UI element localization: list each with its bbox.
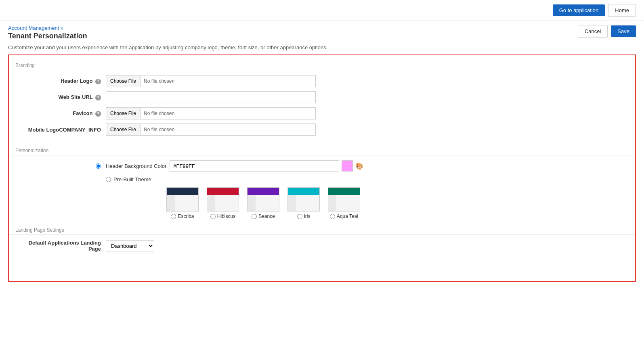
theme-label-aquateal[interactable]: Aqua Teal (330, 214, 358, 219)
go-to-application-button[interactable]: Go to application (553, 4, 605, 16)
favicon-row: Favicon ? Choose File No file chosen (17, 107, 627, 119)
theme-item-aquateal: Aqua Teal (328, 187, 360, 219)
landing-section-label: Landing Page Settings (9, 224, 635, 235)
theme-preview-escriba[interactable] (166, 187, 199, 211)
theme-preview-hibiscus[interactable] (207, 187, 239, 211)
mobile-logo-no-file: No file chosen (141, 127, 174, 132)
favicon-no-file: No file chosen (141, 111, 174, 116)
color-text-input[interactable]: #FF99FF (170, 160, 339, 172)
header-bg-color-row: Header Background Color #FF99FF 🎨 (17, 160, 627, 172)
theme-item-seance: Seance (247, 187, 279, 219)
page-header: Account Management » Tenant Personalizat… (0, 21, 644, 42)
header-logo-control: Choose File No file chosen (106, 75, 627, 87)
branding-section: Header Logo ? Choose File No file chosen… (9, 70, 635, 144)
theme-item-escriba: Escriba (166, 187, 199, 219)
pre-built-theme-radio[interactable] (106, 177, 111, 182)
header-logo-no-file: No file chosen (141, 78, 174, 84)
favicon-file-input: Choose File No file chosen (106, 107, 316, 119)
header-actions: Cancel Save (578, 25, 636, 38)
color-input-wrapper: #FF99FF 🎨 (170, 160, 363, 172)
home-button[interactable]: Home (608, 4, 636, 17)
save-button[interactable]: Save (611, 25, 636, 37)
content-area: Branding Header Logo ? Choose File No fi… (0, 54, 644, 290)
theme-label-hibiscus[interactable]: Hibiscus (210, 214, 235, 219)
default-landing-row: Default Applications Landing Page Dashbo… (17, 240, 627, 252)
theme-radio-hibiscus[interactable] (210, 214, 216, 219)
theme-preview-aquateal[interactable] (328, 187, 360, 211)
cancel-button[interactable]: Cancel (578, 25, 608, 38)
website-url-help-icon[interactable]: ? (95, 95, 101, 100)
personalization-section-label: Personalization (9, 144, 635, 155)
pre-built-theme-label[interactable]: Pre-Built Theme (113, 176, 151, 182)
mobile-logo-control: Choose File No file chosen (106, 124, 627, 136)
header-bg-color-label[interactable]: Header Background Color (106, 163, 166, 169)
header-logo-label: Header Logo ? (17, 78, 106, 84)
default-landing-select[interactable]: Dashboard My Tasks Reports (106, 240, 154, 251)
theme-radio-seance[interactable] (252, 214, 257, 219)
header-logo-row: Header Logo ? Choose File No file chosen (17, 75, 627, 87)
theme-label-escriba[interactable]: Escriba (171, 214, 194, 219)
header-bg-radio-wrapper (17, 163, 106, 169)
theme-radio-escriba[interactable] (171, 214, 176, 219)
breadcrumb[interactable]: Account Management » (8, 25, 63, 31)
favicon-choose-button[interactable]: Choose File (106, 108, 141, 119)
header-logo-help-icon[interactable]: ? (95, 79, 101, 84)
theme-preview-iris[interactable] (287, 187, 320, 211)
color-picker-icon[interactable]: 🎨 (355, 162, 363, 170)
mobile-logo-choose-button[interactable]: Choose File (106, 124, 141, 135)
pre-built-theme-row: Pre-Built Theme (106, 176, 627, 182)
theme-label-iris[interactable]: Iris (297, 214, 310, 219)
header-left: Account Management » Tenant Personalizat… (8, 25, 87, 40)
website-url-input[interactable] (106, 91, 316, 103)
theme-label-seance[interactable]: Seance (252, 214, 275, 219)
page-description: Customize your and your users experience… (0, 42, 644, 54)
header-logo-choose-button[interactable]: Choose File (106, 75, 141, 87)
theme-radio-aquateal[interactable] (330, 214, 335, 219)
mobile-logo-file-input: Choose File No file chosen (106, 124, 316, 136)
theme-preview-seance[interactable] (247, 187, 279, 211)
theme-item-iris: Iris (287, 187, 320, 219)
favicon-control: Choose File No file chosen (106, 107, 627, 119)
website-url-label: Web Site URL ? (17, 94, 106, 100)
color-swatch[interactable] (342, 160, 353, 172)
page-title: Tenant Personalization (8, 32, 87, 40)
favicon-help-icon[interactable]: ? (95, 111, 101, 117)
website-url-row: Web Site URL ? (17, 91, 627, 103)
main-form-box: Branding Header Logo ? Choose File No fi… (8, 54, 636, 282)
header-logo-file-input: Choose File No file chosen (106, 75, 316, 87)
default-landing-label: Default Applications Landing Page (17, 240, 106, 252)
website-url-control (106, 91, 627, 103)
favicon-label: Favicon ? (17, 110, 106, 117)
themes-container: Escriba Hibiscus (166, 187, 627, 219)
mobile-logo-row: Mobile LogoCOMPANY_INFO Choose File No f… (17, 124, 627, 136)
custom-color-radio[interactable] (96, 163, 101, 169)
personalization-section: Header Background Color #FF99FF 🎨 Pre-Bu… (9, 155, 635, 224)
branding-section-label: Branding (9, 59, 635, 70)
default-landing-control: Dashboard My Tasks Reports (106, 240, 627, 251)
mobile-logo-label: Mobile LogoCOMPANY_INFO (17, 127, 106, 133)
theme-radio-iris[interactable] (297, 214, 302, 219)
landing-section: Default Applications Landing Page Dashbo… (9, 235, 635, 261)
top-bar: Go to application Home (0, 0, 644, 21)
theme-item-hibiscus: Hibiscus (207, 187, 239, 219)
